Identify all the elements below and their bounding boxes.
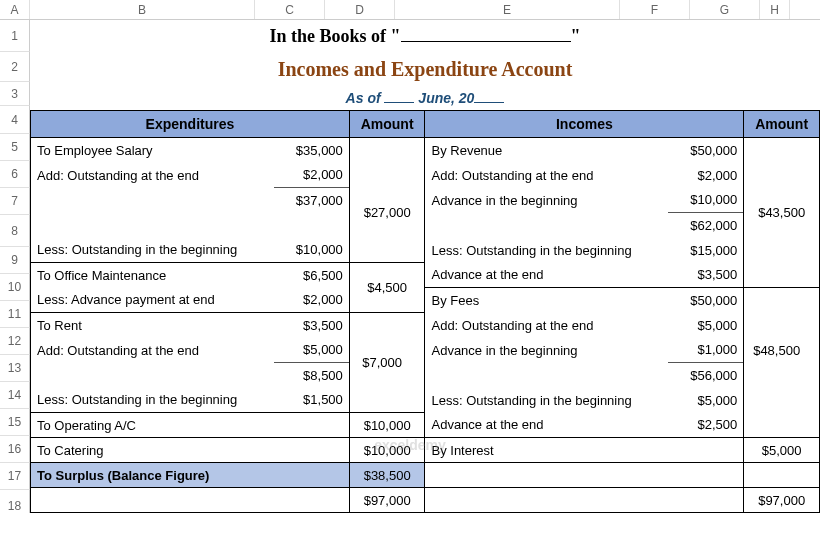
cell[interactable] — [274, 213, 350, 238]
col-header-g[interactable]: G — [690, 0, 760, 19]
cell[interactable]: $10,000 — [668, 188, 744, 213]
cell[interactable]: Advance at the end — [425, 263, 668, 288]
cell[interactable] — [31, 213, 274, 238]
cell[interactable]: $50,000 — [668, 138, 744, 163]
cell[interactable]: $10,000 — [349, 413, 425, 438]
row-header-7[interactable]: 7 — [0, 188, 30, 215]
cell[interactable]: To Office Maintenance — [31, 263, 274, 288]
cell[interactable]: $5,000 — [274, 338, 350, 363]
cell[interactable]: $37,000 — [274, 188, 350, 213]
cell[interactable]: $43,500 — [744, 188, 820, 238]
cell[interactable] — [31, 488, 274, 513]
cell[interactable]: $62,000 — [668, 213, 744, 238]
cell[interactable]: $4,500 — [349, 263, 425, 313]
cell[interactable]: $1,500 — [274, 388, 350, 413]
cell[interactable]: To Rent — [31, 313, 274, 338]
col-header-a[interactable]: A — [0, 0, 30, 19]
row-header-17[interactable]: 17 — [0, 463, 30, 490]
cell[interactable] — [668, 438, 744, 463]
cell[interactable]: $35,000 — [274, 138, 350, 163]
cell[interactable]: $10,000 — [274, 238, 350, 263]
cell[interactable]: Add: Outstanding at the end — [31, 338, 274, 363]
cell[interactable]: $2,000 — [274, 163, 350, 188]
col-header-f[interactable]: F — [620, 0, 690, 19]
cell[interactable]: $3,500 — [274, 313, 350, 338]
cell[interactable]: Advance at the end — [425, 413, 668, 438]
row-header-2[interactable]: 2 — [0, 52, 30, 82]
cell[interactable]: Less: Outstanding in the beginning — [425, 388, 668, 413]
cell[interactable]: Less: Advance payment at end — [31, 288, 274, 313]
th-amount2[interactable]: Amount — [744, 111, 820, 138]
cell[interactable]: $7,000 — [349, 313, 425, 413]
cell[interactable] — [274, 438, 350, 463]
cell[interactable]: $5,000 — [668, 388, 744, 413]
cell[interactable]: Advance in the beginning — [425, 338, 668, 363]
row-header-12[interactable]: 12 — [0, 328, 30, 355]
cell[interactable]: Less: Outstanding in the beginning — [425, 238, 668, 263]
row-header-14[interactable]: 14 — [0, 382, 30, 409]
cell[interactable]: $27,000 — [349, 188, 425, 238]
cell[interactable]: To Employee Salary — [31, 138, 274, 163]
cell[interactable]: $56,000 — [668, 363, 744, 388]
cell[interactable] — [744, 413, 820, 438]
cell[interactable]: $10,000 — [349, 438, 425, 463]
cell[interactable] — [668, 463, 744, 488]
row-header-1[interactable]: 1 — [0, 20, 30, 52]
cell[interactable] — [425, 213, 668, 238]
cell[interactable] — [274, 488, 350, 513]
cell[interactable] — [744, 263, 820, 288]
cell[interactable] — [744, 138, 820, 163]
cell[interactable] — [744, 388, 820, 413]
th-amount1[interactable]: Amount — [349, 111, 425, 138]
th-expenditures[interactable]: Expenditures — [31, 111, 350, 138]
cell[interactable] — [425, 488, 668, 513]
cell[interactable] — [425, 363, 668, 388]
cell[interactable] — [744, 238, 820, 263]
cell[interactable]: To Operating A/C — [31, 413, 274, 438]
cell[interactable]: $50,000 — [668, 288, 744, 313]
col-header-e[interactable]: E — [395, 0, 620, 19]
cell[interactable]: Add: Outstanding at the end — [425, 313, 668, 338]
row-header-11[interactable]: 11 — [0, 301, 30, 328]
cell[interactable]: $5,000 — [744, 438, 820, 463]
cell[interactable]: $15,000 — [668, 238, 744, 263]
row-header-16[interactable]: 16 — [0, 436, 30, 463]
cell[interactable]: $2,000 — [668, 163, 744, 188]
row-header-15[interactable]: 15 — [0, 409, 30, 436]
surplus-label[interactable]: To Surplus (Balance Figure) — [31, 463, 274, 488]
cell[interactable] — [349, 238, 425, 263]
cell[interactable]: $3,500 — [668, 263, 744, 288]
cell[interactable] — [425, 463, 668, 488]
col-header-h[interactable]: H — [760, 0, 790, 19]
cell[interactable]: $5,000 — [668, 313, 744, 338]
cell[interactable] — [349, 163, 425, 188]
row-header-5[interactable]: 5 — [0, 134, 30, 161]
cell[interactable]: Add: Outstanding at the end — [31, 163, 274, 188]
cell[interactable] — [744, 288, 820, 313]
row-header-10[interactable]: 10 — [0, 274, 30, 301]
cell[interactable] — [349, 138, 425, 163]
cell[interactable]: Advance in the beginning — [425, 188, 668, 213]
row-header-9[interactable]: 9 — [0, 247, 30, 274]
cell[interactable]: Less: Outstanding in the beginning — [31, 388, 274, 413]
total-inc[interactable]: $97,000 — [744, 488, 820, 513]
row-header-13[interactable]: 13 — [0, 355, 30, 382]
cell[interactable]: To Catering — [31, 438, 274, 463]
cell[interactable]: By Revenue — [425, 138, 668, 163]
th-incomes[interactable]: Incomes — [425, 111, 744, 138]
cell[interactable] — [668, 488, 744, 513]
col-header-c[interactable]: C — [255, 0, 325, 19]
cell[interactable]: Less: Outstanding in the beginning — [31, 238, 274, 263]
cell[interactable] — [31, 188, 274, 213]
cell[interactable] — [744, 463, 820, 488]
cell[interactable] — [31, 363, 274, 388]
cell[interactable]: $8,500 — [274, 363, 350, 388]
row-header-6[interactable]: 6 — [0, 161, 30, 188]
cell[interactable]: $48,500 — [744, 313, 820, 388]
cell[interactable] — [274, 463, 350, 488]
total-exp[interactable]: $97,000 — [349, 488, 425, 513]
surplus-amount[interactable]: $38,500 — [349, 463, 425, 488]
row-header-18[interactable]: 18 — [0, 490, 30, 513]
col-header-d[interactable]: D — [325, 0, 395, 19]
cell[interactable]: By Interest — [425, 438, 668, 463]
